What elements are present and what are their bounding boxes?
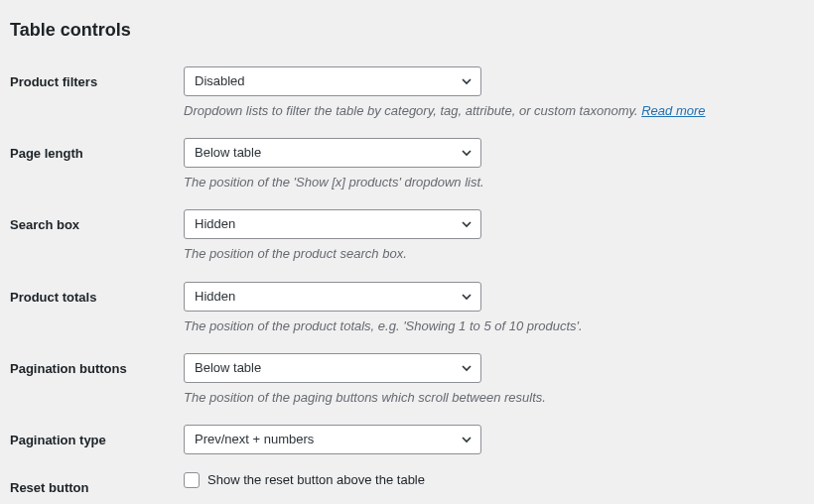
section-title: Table controls <box>10 20 804 41</box>
row-search-box: Search box Hidden The position of the pr… <box>10 199 804 271</box>
row-pagination-buttons: Pagination buttons Below table The posit… <box>10 343 804 415</box>
row-reset-button: Reset button Show the reset button above… <box>10 462 804 503</box>
row-page-length: Page length Below table The position of … <box>10 128 804 199</box>
desc-search-box: The position of the product search box. <box>184 245 794 263</box>
row-product-totals: Product totals Hidden The position of th… <box>10 272 804 343</box>
select-search-box[interactable]: Hidden <box>184 209 481 239</box>
select-product-filters[interactable]: Disabled <box>184 66 481 96</box>
checkbox-reset-button-label: Show the reset button above the table <box>207 472 425 487</box>
desc-pagination-buttons: The position of the paging buttons which… <box>184 389 794 407</box>
desc-product-filters: Dropdown lists to filter the table by ca… <box>184 102 794 120</box>
row-product-filters: Product filters Disabled Dropdown lists … <box>10 57 804 128</box>
desc-product-totals: The position of the product totals, e.g.… <box>184 317 794 335</box>
checkbox-reset-button[interactable] <box>184 472 200 488</box>
label-page-length: Page length <box>10 128 184 199</box>
select-page-length[interactable]: Below table <box>184 138 481 168</box>
label-reset-button: Reset button <box>10 462 184 503</box>
select-product-totals[interactable]: Hidden <box>184 282 481 312</box>
settings-table: Product filters Disabled Dropdown lists … <box>10 57 804 503</box>
label-product-filters: Product filters <box>10 57 184 128</box>
select-pagination-buttons[interactable]: Below table <box>184 353 481 383</box>
label-search-box: Search box <box>10 199 184 271</box>
read-more-link[interactable]: Read more <box>641 103 705 118</box>
row-pagination-type: Pagination type Prev/next + numbers <box>10 415 804 462</box>
label-pagination-buttons: Pagination buttons <box>10 343 184 415</box>
desc-page-length: The position of the 'Show [x] products' … <box>184 174 794 191</box>
label-pagination-type: Pagination type <box>10 415 184 462</box>
label-product-totals: Product totals <box>10 272 184 343</box>
desc-product-filters-text: Dropdown lists to filter the table by ca… <box>184 103 641 118</box>
select-pagination-type[interactable]: Prev/next + numbers <box>184 425 481 454</box>
